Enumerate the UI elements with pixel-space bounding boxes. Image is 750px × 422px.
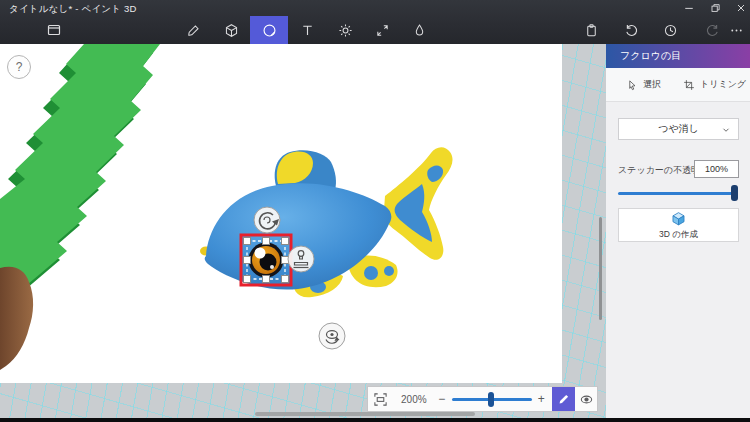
opacity-input[interactable]	[694, 160, 739, 178]
canvas-resize-icon	[375, 23, 390, 38]
paste-clipboard-icon	[584, 23, 599, 38]
more-options-button[interactable]	[722, 16, 750, 44]
maximize-button[interactable]	[702, 1, 728, 15]
paint3d-window: タイトルなし* - ペイント 3D	[0, 0, 750, 422]
zoom-out-button[interactable]: −	[434, 392, 450, 406]
help-button[interactable]: ?	[7, 55, 31, 79]
fit-screen-icon	[373, 392, 388, 407]
history-button[interactable]	[656, 16, 684, 44]
pencil-icon	[557, 392, 571, 406]
history-clock-icon	[663, 23, 678, 38]
make-3d-cube-icon	[670, 210, 687, 227]
3d-shapes-tool-button[interactable]	[217, 16, 245, 44]
make-3d-button[interactable]: 3D の作成	[618, 208, 739, 242]
brown-trunk-3d-shape[interactable]	[0, 267, 33, 370]
3d-library-droplet-icon	[412, 23, 427, 38]
menu-button[interactable]	[40, 16, 68, 44]
zoom-slider-handle[interactable]	[488, 392, 494, 407]
select-button[interactable]: 選択	[626, 78, 661, 91]
redo-icon	[705, 23, 720, 38]
undo-icon	[624, 23, 639, 38]
material-value: つや消し	[658, 122, 699, 136]
opacity-slider-track[interactable]	[618, 192, 737, 195]
green-zigzag-3d-shape[interactable]	[0, 44, 160, 293]
title-and-toolbar: タイトルなし* - ペイント 3D	[0, 0, 750, 44]
paste-button[interactable]	[577, 16, 605, 44]
eye-sticker[interactable]	[249, 243, 284, 278]
text-tool-button[interactable]	[293, 16, 321, 44]
stickers-icon	[262, 23, 277, 38]
window-bottom-edge	[0, 418, 750, 422]
select-label: 選択	[643, 78, 661, 91]
trim-crop-icon	[683, 79, 695, 91]
vertical-scrollbar-thumb[interactable]	[599, 217, 602, 320]
trim-label: トリミング	[700, 78, 746, 91]
window-title: タイトルなし* - ペイント 3D	[9, 3, 137, 16]
panel-title: フクロウの目	[620, 49, 681, 63]
make-3d-label: 3D の作成	[659, 229, 698, 241]
effects-tool-button[interactable]	[331, 16, 359, 44]
canvas-tool-button[interactable]	[368, 16, 396, 44]
trim-button[interactable]: トリミング	[683, 78, 746, 91]
stickers-tool-button[interactable]	[255, 16, 283, 44]
blue-yellow-fish[interactable]	[200, 147, 453, 297]
3d-workspace: ?	[0, 44, 606, 418]
select-cursor-icon	[626, 79, 638, 91]
zoom-bar: 200% − +	[367, 386, 598, 412]
opacity-slider-handle[interactable]	[731, 185, 738, 201]
zoom-in-button[interactable]: +	[533, 392, 549, 406]
menu-icon	[46, 22, 62, 38]
sticker-panel: フクロウの目 選択 トリミング つや消し ステッカーの不透明度	[606, 44, 750, 418]
close-icon	[735, 2, 747, 14]
brush-tool-button[interactable]	[179, 16, 207, 44]
panel-header: フクロウの目	[606, 44, 750, 68]
effects-sun-icon	[338, 23, 353, 38]
undo-button[interactable]	[617, 16, 645, 44]
zoom-level: 200%	[394, 394, 434, 405]
close-button[interactable]	[728, 1, 750, 15]
minimize-button[interactable]	[676, 1, 702, 15]
chevron-down-icon	[721, 125, 731, 135]
horizontal-scrollbar-thumb[interactable]	[255, 412, 475, 416]
canvas-scene	[0, 44, 562, 383]
2d-view-button[interactable]	[552, 387, 575, 411]
fit-screen-button[interactable]	[368, 392, 394, 407]
zoom-slider[interactable]	[450, 387, 534, 411]
brush-icon	[186, 23, 201, 38]
3d-view-eye-icon	[579, 392, 594, 407]
drawing-canvas[interactable]: ?	[0, 44, 562, 383]
rotate-handle[interactable]	[254, 207, 280, 233]
minimize-icon	[683, 2, 695, 14]
3d-view-button[interactable]	[575, 387, 597, 411]
tilt-handle[interactable]	[319, 323, 345, 349]
panel-toolbar: 選択 トリミング	[606, 68, 750, 102]
material-dropdown[interactable]: つや消し	[618, 118, 739, 140]
text-icon	[300, 23, 315, 38]
more-ellipsis-icon	[729, 23, 744, 38]
3d-shapes-icon	[224, 23, 239, 38]
help-label: ?	[16, 60, 23, 74]
restore-icon	[709, 2, 721, 14]
stamp-handle[interactable]	[288, 246, 314, 272]
3d-library-button[interactable]	[405, 16, 433, 44]
